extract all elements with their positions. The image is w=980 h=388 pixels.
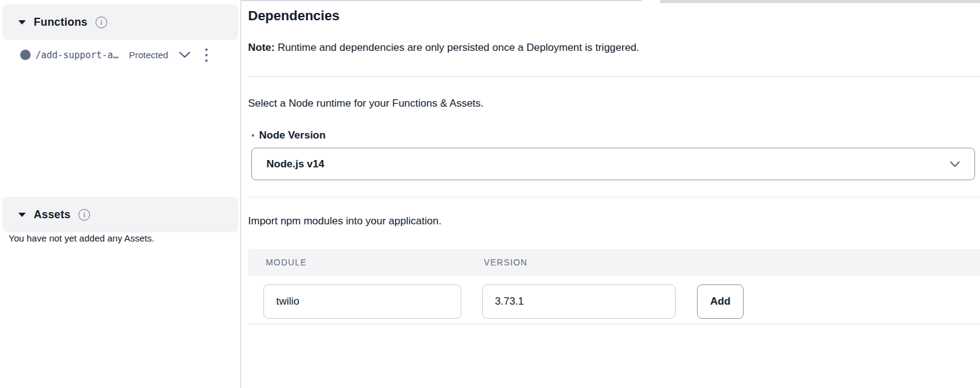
functions-section-header[interactable]: Functions (2, 4, 238, 40)
note-body: Runtime and dependencies are only persis… (274, 42, 639, 53)
chevron-down-icon (950, 161, 960, 167)
functions-section-title: Functions (34, 16, 88, 29)
function-list-item[interactable]: /add-support-a… Protected (0, 44, 240, 66)
node-version-label: Node Version (252, 129, 326, 142)
assets-section-header[interactable]: Assets (2, 197, 238, 232)
assets-empty-message: You have not yet added any Assets. (9, 233, 154, 243)
node-version-selected-value: Node.js v14 (266, 158, 325, 170)
sidebar: Functions /add-support-a… Protected Asse… (0, 0, 240, 388)
module-input[interactable] (263, 284, 461, 319)
protected-badge: Protected (129, 50, 168, 60)
caret-down-icon (18, 20, 26, 25)
page-title: Dependencies (248, 8, 339, 24)
modules-table-header: MODULE VERSION (248, 249, 980, 276)
note-text: Note: Runtime and dependencies are only … (248, 42, 639, 54)
caret-down-icon (18, 213, 26, 217)
bullet-dot-icon (252, 134, 254, 137)
version-input[interactable] (482, 284, 676, 319)
divider (248, 197, 980, 197)
version-column-header: VERSION (484, 257, 527, 267)
note-label: Note: (248, 42, 274, 53)
sidebar-divider (240, 0, 241, 388)
top-tab-strip (660, 0, 980, 3)
divider (248, 324, 980, 324)
add-module-button[interactable]: Add (697, 284, 744, 319)
chevron-down-icon[interactable] (179, 51, 190, 58)
import-prompt: Import npm modules into your application… (248, 215, 442, 227)
function-path: /add-support-a… (36, 50, 118, 61)
divider (248, 76, 980, 77)
module-column-header: MODULE (266, 257, 307, 267)
runtime-prompt: Select a Node runtime for your Functions… (248, 97, 484, 110)
info-icon[interactable] (78, 209, 90, 221)
status-dot-icon (20, 50, 31, 60)
node-version-select[interactable]: Node.js v14 (251, 148, 975, 180)
assets-section-title: Assets (34, 208, 70, 221)
kebab-menu-icon[interactable] (203, 47, 209, 64)
top-border-strip (241, 0, 642, 1)
info-icon[interactable] (96, 17, 107, 28)
